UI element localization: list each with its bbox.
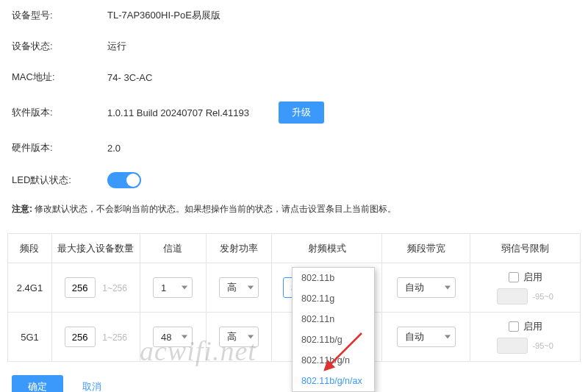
bandwidth-select[interactable]: 自动	[397, 277, 456, 298]
label-hardware: 硬件版本:	[12, 141, 107, 154]
cell-band: 2.4G1	[8, 263, 52, 313]
row-model: 设备型号: TL-7AP3600HI-PoE易展版	[12, 0, 576, 31]
weak-enable-checkbox[interactable]	[509, 272, 519, 282]
upgrade-button[interactable]: 升级	[279, 101, 324, 124]
row-mac: MAC地址: 74- 3C-AC	[12, 62, 576, 93]
row-hardware: 硬件版本: 2.0	[12, 132, 576, 163]
rf-option[interactable]: 802.11n	[293, 309, 374, 329]
bandwidth-select[interactable]: 自动	[397, 327, 456, 347]
weak-enable-label: 启用	[523, 320, 542, 333]
weak-enable-label: 启用	[523, 271, 542, 284]
value-model: TL-7AP3600HI-PoE易展版	[107, 9, 220, 22]
th-power: 发射功率	[206, 234, 272, 263]
max-range-hint: 1~256	[102, 283, 127, 293]
note-prefix: 注意:	[12, 204, 32, 214]
weak-enable-checkbox[interactable]	[509, 321, 519, 332]
label-mac: MAC地址:	[12, 71, 107, 84]
chevron-down-icon	[182, 286, 187, 290]
label-model: 设备型号:	[12, 9, 107, 22]
th-rf: 射频模式	[272, 234, 382, 263]
value-hardware: 2.0	[107, 143, 121, 154]
chevron-down-icon	[182, 335, 187, 339]
value-mac: 74- 3C-AC	[107, 72, 152, 83]
label-led: LED默认状态:	[12, 174, 107, 187]
row-led: LED默认状态:	[12, 163, 576, 197]
power-select-value: 高	[227, 330, 237, 343]
rf-option[interactable]: 802.11b/g	[293, 329, 374, 350]
rf-mode-dropdown[interactable]: 802.11b 802.11g 802.11n 802.11b/g 802.11…	[292, 267, 375, 392]
th-max: 最大接入设备数量	[51, 234, 140, 263]
channel-select-value: 1	[161, 282, 166, 293]
channel-select-value: 48	[161, 332, 171, 343]
label-software: 软件版本:	[12, 106, 107, 119]
weak-threshold-input[interactable]	[497, 338, 528, 354]
led-toggle[interactable]	[107, 172, 141, 188]
th-bw: 频段带宽	[382, 234, 470, 263]
power-select[interactable]: 高	[219, 327, 259, 347]
value-software: 1.0.11 Build 20240707 Rel.41193	[107, 107, 249, 118]
rf-option-selected[interactable]: 802.11b/g/n/ax	[293, 371, 374, 391]
note-text: 修改默认状态，不会影响当前的状态。如果想操作当前的状态，请点击设置条目上当前图标…	[32, 204, 396, 214]
power-select[interactable]: 高	[219, 277, 259, 298]
channel-select[interactable]: 1	[153, 277, 193, 298]
weak-threshold-input[interactable]	[497, 288, 528, 304]
chevron-down-icon	[248, 286, 254, 290]
power-select-value: 高	[227, 281, 237, 294]
weak-range-hint: -95~0	[532, 341, 553, 350]
note: 注意: 修改默认状态，不会影响当前的状态。如果想操作当前的状态，请点击设置条目上…	[0, 197, 588, 229]
rf-option[interactable]: 802.11b	[293, 268, 374, 288]
cell-band: 5G1	[8, 313, 52, 362]
weak-range-hint: -95~0	[532, 292, 553, 301]
rf-option[interactable]: 802.11b/g/n	[293, 350, 374, 371]
th-weak: 弱信号限制	[470, 234, 581, 263]
cancel-button[interactable]: 取消	[75, 375, 109, 392]
channel-select[interactable]: 48	[153, 327, 193, 347]
row-status: 设备状态: 运行	[12, 31, 576, 62]
bandwidth-select-value: 自动	[405, 330, 424, 343]
max-input[interactable]	[65, 327, 96, 347]
th-channel: 信道	[140, 234, 206, 263]
value-status: 运行	[107, 40, 126, 53]
row-software: 软件版本: 1.0.11 Build 20240707 Rel.41193 升级	[12, 93, 576, 132]
max-range-hint: 1~256	[102, 332, 127, 343]
bandwidth-select-value: 自动	[405, 281, 424, 294]
chevron-down-icon	[445, 335, 451, 339]
th-band: 频段	[8, 234, 52, 263]
chevron-down-icon	[445, 286, 451, 290]
chevron-down-icon	[248, 335, 254, 339]
confirm-button[interactable]: 确定	[12, 375, 63, 392]
label-status: 设备状态:	[12, 40, 107, 53]
rf-option[interactable]: 802.11g	[293, 288, 374, 309]
max-input[interactable]	[65, 277, 96, 298]
